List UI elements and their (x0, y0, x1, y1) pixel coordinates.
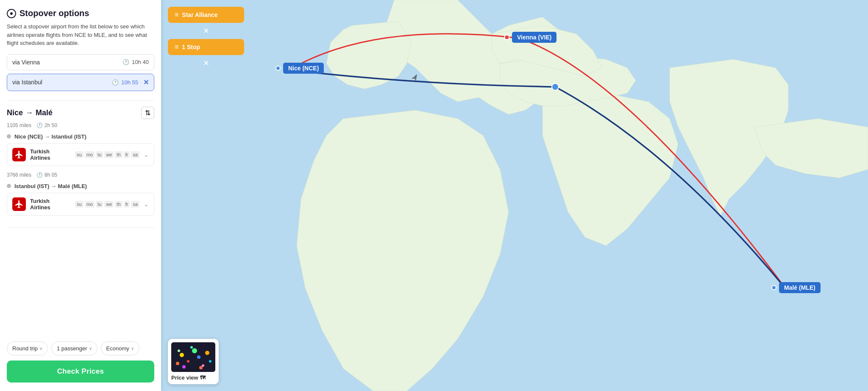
segment1-meta: 1105 miles 🕐 2h 50 (7, 122, 154, 128)
istanbul-close-button[interactable]: ✕ (143, 78, 149, 86)
segment1-airline-name: Turkish Airlines (30, 148, 71, 161)
price-view-card[interactable]: Price view 🗺 (168, 339, 219, 384)
nice-city-label: Nice (NCE) (283, 63, 324, 74)
clock-icon-vienna: 🕐 (122, 59, 129, 65)
segment2-label: Istanbul (IST) → Malé (MLE) (14, 183, 87, 189)
svg-point-2 (180, 353, 184, 357)
route-header: Nice → Malé ⇅ (7, 107, 154, 119)
segment1-header: Nice (NCE) → Istanbul (IST) (7, 133, 154, 140)
istanbul-duration: 10h 55 (121, 79, 138, 86)
segment1-label: Nice (NCE) → Istanbul (IST) (14, 133, 86, 140)
day-mo-2: mo (85, 201, 95, 208)
segment2-meta: 3766 miles 🕐 8h 05 (7, 172, 154, 178)
segment2-airline-logo (12, 197, 26, 211)
map-area: ≡ Star Alliance ✕ ≡ 1 Stop ✕ (161, 0, 868, 391)
divider-2 (7, 227, 154, 228)
divider-1 (7, 100, 154, 101)
map-icon: 🗺 (200, 374, 206, 381)
clock-icon-seg2: 🕐 (36, 172, 43, 178)
male-label-marker: Malé (MLE) (771, 282, 821, 293)
filter-icon-2: ≡ (175, 43, 178, 51)
day-fr-2: fr (124, 201, 130, 208)
vienna-label-marker: Vienna (VIE) (504, 32, 556, 43)
segment1-day-tags: su mo tu we th fr sa (75, 151, 139, 158)
one-stop-filter[interactable]: ≡ 1 Stop (168, 39, 244, 55)
trip-options: Round trip ∨ 1 passenger ∨ Economy ∨ (7, 341, 154, 355)
star-alliance-close[interactable]: ✕ (168, 26, 244, 36)
svg-point-7 (205, 351, 209, 355)
cabin-class-select[interactable]: Economy ∨ (101, 341, 139, 355)
map-filters: ≡ Star Alliance ✕ ≡ 1 Stop ✕ (168, 7, 244, 68)
passengers-label: 1 passenger (57, 345, 87, 352)
svg-point-12 (178, 349, 180, 352)
svg-point-11 (199, 366, 203, 369)
segment2-dot (7, 184, 11, 188)
target-icon (7, 9, 16, 18)
trip-type-label: Round trip (12, 345, 38, 352)
segment2-duration: 8h 05 (45, 172, 57, 178)
scroll-indicator-2: ⌄ (144, 201, 149, 208)
svg-point-3 (187, 360, 189, 363)
bottom-controls: Round trip ∨ 1 passenger ∨ Economy ∨ Che… (7, 335, 154, 383)
passengers-chevron: ∨ (89, 346, 92, 351)
svg-point-9 (182, 365, 186, 369)
scroll-indicator-1: ⌄ (144, 151, 149, 158)
trip-type-select[interactable]: Round trip ∨ (7, 341, 48, 355)
cabin-class-label: Economy (106, 345, 129, 352)
swap-icon[interactable]: ⇅ (141, 107, 154, 119)
map-svg (161, 0, 868, 391)
price-view-text: Price view (171, 374, 198, 381)
day-th-1: th (115, 151, 122, 158)
vienna-duration: 10h 40 (132, 59, 149, 65)
clock-icon-seg1: 🕐 (36, 122, 43, 128)
panel-description: Select a stopover airport from the list … (7, 22, 154, 47)
price-view-label: Price view 🗺 (171, 374, 215, 381)
istanbul-label: via Istanbul (12, 79, 42, 86)
segment2-header: Istanbul (IST) → Malé (MLE) (7, 183, 154, 189)
nice-label-marker: Nice (NCE) (275, 63, 324, 74)
route-from: Nice (7, 108, 23, 117)
clock-icon-istanbul: 🕐 (112, 79, 119, 86)
segment2-airline-name: Turkish Airlines (30, 198, 71, 211)
vienna-label: via Vienna (12, 59, 40, 66)
route-to: Malé (36, 108, 53, 117)
segment1-duration-item: 🕐 2h 50 (36, 122, 57, 128)
stopover-istanbul[interactable]: via Istanbul 🕐 10h 55 ✕ (7, 74, 154, 91)
svg-point-6 (202, 364, 204, 367)
day-tu-1: tu (96, 151, 103, 158)
segment1-section: Nice (NCE) → Istanbul (IST) Turkish Airl… (7, 133, 154, 168)
segment1-dot (7, 134, 11, 139)
cabin-class-chevron: ∨ (131, 346, 134, 351)
vienna-city-label: Vienna (VIE) (512, 32, 556, 43)
svg-point-1 (176, 362, 179, 365)
filter-icon-1: ≡ (175, 11, 178, 19)
day-th-2: th (115, 201, 122, 208)
passengers-select[interactable]: 1 passenger ∨ (51, 341, 97, 355)
left-panel: Stopover options Select a stopover airpo… (0, 0, 161, 391)
segment2-section: Istanbul (IST) → Malé (MLE) Turkish Airl… (7, 183, 154, 217)
svg-point-4 (192, 348, 197, 353)
day-su-2: su (75, 201, 83, 208)
segment2-airline-row: Turkish Airlines su mo tu we th fr sa ⌄ (7, 193, 154, 216)
vienna-info: 🕐 10h 40 (122, 59, 149, 65)
istanbul-info: 🕐 10h 55 ✕ (112, 78, 149, 86)
one-stop-close[interactable]: ✕ (168, 58, 244, 68)
day-sa-1: sa (131, 151, 139, 158)
day-su-1: su (75, 151, 83, 158)
day-tu-2: tu (96, 201, 103, 208)
segment1-duration: 2h 50 (45, 122, 57, 128)
segment1-airline-logo (12, 148, 26, 161)
day-we-1: we (104, 151, 114, 158)
svg-point-15 (552, 83, 559, 90)
segment2-day-tags: su mo tu we th fr sa (75, 201, 139, 208)
male-city-label: Malé (MLE) (779, 282, 821, 293)
stopover-vienna[interactable]: via Vienna 🕐 10h 40 (7, 54, 154, 70)
svg-rect-0 (171, 342, 215, 372)
segment1-airline-row: Turkish Airlines su mo tu we th fr sa ⌄ (7, 143, 154, 166)
day-fr-1: fr (124, 151, 130, 158)
svg-point-10 (190, 346, 193, 349)
check-prices-button[interactable]: Check Prices (7, 360, 154, 383)
panel-title: Stopover options (7, 8, 154, 18)
star-alliance-filter[interactable]: ≡ Star Alliance (168, 7, 244, 23)
route-arrow: → (25, 108, 33, 117)
